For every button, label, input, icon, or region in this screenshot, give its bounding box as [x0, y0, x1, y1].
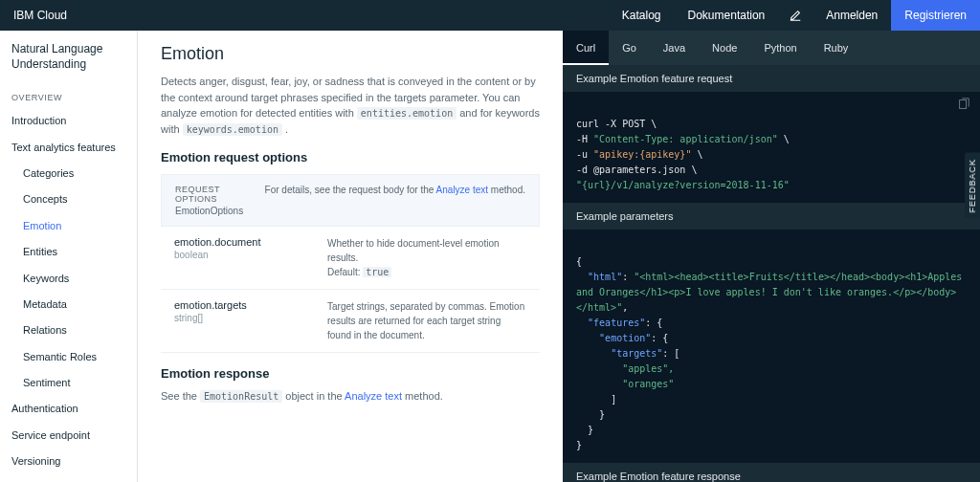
analyze-text-link[interactable]: Analyze text [345, 390, 402, 402]
brand[interactable]: IBM Cloud [0, 9, 80, 22]
product-title[interactable]: Natural Language Understanding [0, 31, 137, 83]
sidebar-item-sentiment[interactable]: Sentiment [0, 370, 137, 396]
sidebar-item-categories[interactable]: Categories [0, 161, 137, 186]
sidebar-item-emotion[interactable]: Emotion [0, 213, 137, 239]
inline-code: keywords.emotion [183, 123, 282, 136]
tab-go[interactable]: Go [609, 31, 650, 65]
example-request-header: Example Emotion feature request [563, 65, 980, 92]
sidebar-item-introduction[interactable]: Introduction [0, 108, 137, 134]
top-header: IBM Cloud Katalog Dokumentation Anmelden… [0, 0, 980, 31]
language-tabs: Curl Go Java Node Python Ruby [563, 31, 980, 65]
code-panel: Curl Go Java Node Python Ruby Example Em… [563, 31, 980, 482]
code-block-request: curl -X POST \ -H "Content-Type: applica… [563, 92, 980, 203]
example-response-header: Example Emotion feature response [563, 463, 980, 482]
login-link[interactable]: Anmelden [813, 0, 891, 31]
analyze-text-link[interactable]: Analyze text [436, 185, 488, 195]
page-title: Emotion [161, 44, 540, 64]
code-block-params: { "html": "<html><head><title>Fruits</ti… [563, 230, 980, 463]
nav-dokumentation[interactable]: Dokumentation [675, 0, 779, 31]
sidebar-item-semantic-roles[interactable]: Semantic Roles [0, 344, 137, 370]
property-type: boolean [174, 250, 327, 260]
response-method: See the EmotionResult object in the Anal… [161, 390, 540, 402]
request-options-box: REQUEST OPTIONS EmotionOptions For detai… [161, 174, 540, 227]
main-content: Emotion Detects anger, disgust, fear, jo… [138, 31, 563, 482]
tab-ruby[interactable]: Ruby [811, 31, 862, 65]
request-options-heading: Emotion request options [161, 150, 540, 164]
svg-rect-0 [960, 100, 967, 109]
copy-icon[interactable] [957, 98, 970, 116]
response-heading: Emotion response [161, 366, 540, 381]
overview-header: OVERVIEW [0, 83, 137, 108]
register-button[interactable]: Registrieren [891, 0, 980, 31]
feedback-tab[interactable]: FEEDBACK [965, 153, 980, 219]
sidebar-item-error-handling[interactable]: Error handling [0, 475, 137, 482]
sidebar-item-service-endpoint[interactable]: Service endpoint [0, 423, 137, 449]
sidebar-item-keywords[interactable]: Keywords [0, 266, 137, 292]
tab-python[interactable]: Python [750, 31, 810, 65]
property-name: emotion.targets [174, 299, 327, 311]
lead-paragraph: Detects anger, disgust, fear, joy, or sa… [161, 74, 540, 137]
request-options-type: EmotionOptions [175, 206, 265, 216]
sidebar-item-concepts[interactable]: Concepts [0, 186, 137, 212]
sidebar-item-relations[interactable]: Relations [0, 318, 137, 343]
property-type: string[] [174, 313, 327, 323]
request-options-detail: For details, see the request body for th… [265, 185, 525, 195]
property-desc: Whether to hide document-level emotion r… [327, 236, 526, 279]
edit-icon[interactable] [778, 0, 813, 31]
property-name: emotion.document [174, 236, 327, 248]
sidebar-item-text-analytics[interactable]: Text analytics features [0, 135, 137, 161]
inline-code: entities.emotion [357, 107, 457, 120]
inline-code: EmotionResult [200, 390, 282, 403]
property-row: emotion.targets string[] Target strings,… [161, 290, 540, 353]
property-row: emotion.document boolean Whether to hide… [161, 227, 540, 290]
sidebar-item-entities[interactable]: Entities [0, 239, 137, 265]
property-desc: Target strings, separated by commas. Emo… [327, 299, 526, 342]
request-options-label: REQUEST OPTIONS [175, 185, 265, 204]
sidebar-item-versioning[interactable]: Versioning [0, 449, 137, 474]
tab-java[interactable]: Java [650, 31, 699, 65]
tab-curl[interactable]: Curl [563, 31, 609, 65]
example-params-header: Example parameters [563, 203, 980, 230]
sidebar-item-authentication[interactable]: Authentication [0, 396, 137, 422]
sidebar-item-metadata[interactable]: Metadata [0, 292, 137, 318]
nav-katalog[interactable]: Katalog [609, 0, 675, 31]
tab-node[interactable]: Node [699, 31, 750, 65]
sidebar: Natural Language Understanding OVERVIEW … [0, 31, 138, 482]
